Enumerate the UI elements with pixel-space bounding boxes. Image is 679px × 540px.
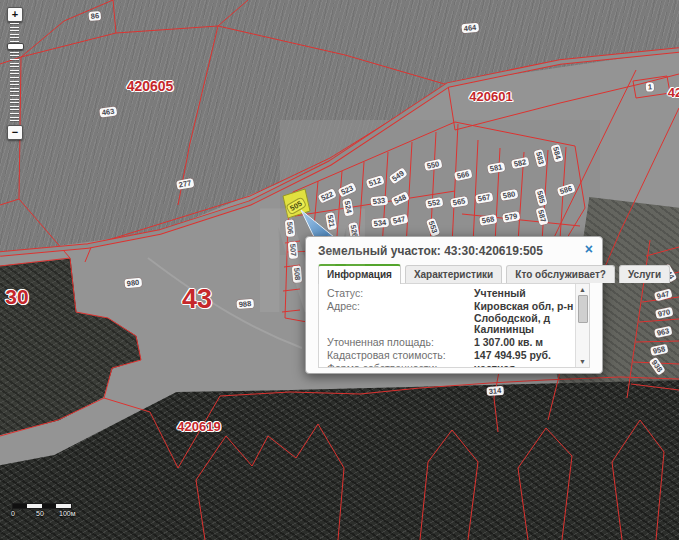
quarter-label[interactable]: 42 <box>668 85 679 100</box>
zoom-out-button[interactable]: − <box>7 125 23 140</box>
quarter-label[interactable]: 420601 <box>469 89 512 104</box>
info-row-value: Кировская обл, р-н Слободской, д Калинин… <box>474 300 588 336</box>
scale-tick-0: 0 <box>11 510 15 517</box>
info-row: Форма собственности:частная <box>327 362 589 369</box>
quarter-label[interactable]: 420605 <box>127 78 174 94</box>
parcel-label[interactable]: 549 <box>389 168 408 185</box>
parcel-label[interactable]: 947 <box>654 289 672 302</box>
scale-bar: 0 50 100м <box>12 503 84 519</box>
parcel-label[interactable]: 533 <box>370 196 387 207</box>
popup-tab-1[interactable]: Характеристики <box>405 265 502 283</box>
parcel-label[interactable]: 507 <box>288 241 298 258</box>
parcel-label[interactable]: 523 <box>338 182 357 197</box>
quarter-label[interactable]: 30 <box>5 285 28 309</box>
parcel-label[interactable]: 565 <box>450 196 468 208</box>
scrollbar[interactable]: ▲ ▼ <box>575 284 589 367</box>
parcel-label[interactable]: 552 <box>425 197 443 209</box>
parcel-label[interactable]: 550 <box>424 159 442 171</box>
popup-tab-2[interactable]: Кто обслуживает? <box>506 265 615 283</box>
parcel-label[interactable]: 582 <box>511 157 529 169</box>
parcel-label[interactable]: 566 <box>454 169 472 181</box>
info-row-value: 1 307.00 кв. м <box>474 336 588 349</box>
popup-info-panel: Статус:УчтенныйАдрес:Кировская обл, р-н … <box>318 283 590 368</box>
map-viewport[interactable]: 8646446327719809883144206054206014206194… <box>0 0 679 540</box>
parcel-label[interactable]: 463 <box>99 106 117 117</box>
zoom-slider-handle[interactable] <box>7 43 24 50</box>
parcel-label[interactable]: 988 <box>236 299 253 309</box>
quarter-label[interactable]: 43 <box>182 284 212 315</box>
parcel-label[interactable]: 581 <box>487 162 505 174</box>
parcel-label[interactable]: 567 <box>475 192 493 204</box>
parcel-label[interactable]: 508 <box>292 265 302 282</box>
parcel-label[interactable]: 938 <box>649 357 666 376</box>
parcel-label[interactable]: 1 <box>646 82 655 91</box>
parcel-label[interactable]: 521 <box>325 212 337 230</box>
zoom-in-button[interactable]: + <box>7 7 23 22</box>
parcel-label[interactable]: 547 <box>390 214 408 226</box>
parcel-label[interactable]: 464 <box>461 23 478 34</box>
parcel-label[interactable]: 512 <box>366 175 384 189</box>
info-row: Адрес:Кировская обл, р-н Слободской, д К… <box>327 300 589 336</box>
info-row: Статус:Учтенный <box>327 287 589 300</box>
scale-bar-segments <box>12 503 72 509</box>
scrollbar-thumb[interactable] <box>578 295 588 323</box>
zoom-control: + − <box>6 7 26 141</box>
quarter-label[interactable]: 420619 <box>177 419 220 434</box>
popup-tab-bar: ИнформацияХарактеристикиКто обслуживает?… <box>306 262 602 283</box>
parcel-label[interactable]: 506 <box>285 219 295 236</box>
parcel-label[interactable]: 505 <box>287 198 306 214</box>
info-row: Уточненная площадь:1 307.00 кв. м <box>327 336 589 349</box>
scroll-down-icon[interactable]: ▼ <box>576 358 589 365</box>
info-row-label: Кадастровая стоимость: <box>327 349 474 362</box>
zoom-slider-track[interactable] <box>10 23 19 123</box>
info-row-value: 147 494.95 руб. <box>474 349 588 362</box>
parcel-label[interactable]: 579 <box>502 211 520 223</box>
parcel-label[interactable]: 86 <box>88 11 101 21</box>
parcel-label[interactable]: 277 <box>176 178 194 190</box>
parcel-label[interactable]: 586 <box>557 183 575 197</box>
parcel-label[interactable]: 585 <box>535 188 548 206</box>
parcel-label[interactable]: 587 <box>536 207 549 225</box>
popup-tab-3[interactable]: Услуги <box>619 265 670 283</box>
parcel-label[interactable]: 958 <box>650 344 668 356</box>
parcel-label[interactable]: 522 <box>318 188 337 203</box>
parcel-label[interactable]: 524 <box>342 198 354 216</box>
popup-title: Земельный участок: 43:30:420619:505 <box>306 237 602 262</box>
parcel-label[interactable]: 548 <box>391 191 410 206</box>
parcel-label[interactable]: 963 <box>654 326 672 338</box>
info-row-label: Форма собственности: <box>327 362 474 369</box>
scale-tick-100: 100м <box>59 510 76 517</box>
parcel-label[interactable]: 314 <box>486 386 503 396</box>
parcel-label[interactable]: 980 <box>124 278 141 289</box>
parcel-label[interactable]: 580 <box>500 189 518 201</box>
parcel-label[interactable]: 553 <box>426 218 440 237</box>
parcel-label[interactable]: 568 <box>479 214 497 226</box>
close-icon[interactable]: × <box>585 242 593 256</box>
scale-tick-50: 50 <box>36 510 44 517</box>
info-row-label: Адрес: <box>327 300 474 336</box>
scroll-up-icon[interactable]: ▲ <box>576 286 589 293</box>
info-row: Кадастровая стоимость:147 494.95 руб. <box>327 349 589 362</box>
parcel-label[interactable]: 584 <box>551 144 564 162</box>
parcel-info-popup: Земельный участок: 43:30:420619:505 × Ин… <box>305 236 603 374</box>
parcel-label[interactable]: 534 <box>371 218 388 229</box>
info-row-label: Уточненная площадь: <box>327 336 474 349</box>
popup-tab-0[interactable]: Информация <box>318 264 401 284</box>
info-row-value: частная <box>474 362 588 369</box>
info-row-label: Статус: <box>327 287 474 300</box>
parcel-label[interactable]: 970 <box>655 307 673 319</box>
info-row-value: Учтенный <box>474 287 588 300</box>
parcel-label[interactable]: 583 <box>534 149 547 167</box>
